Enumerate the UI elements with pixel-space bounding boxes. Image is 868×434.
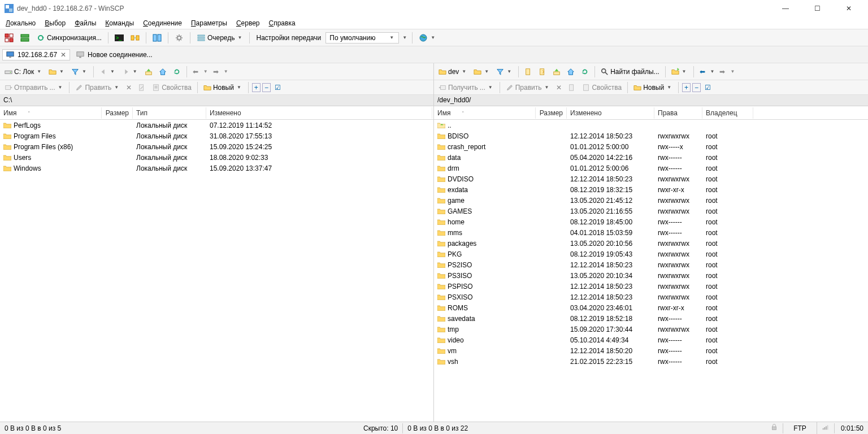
nav-left-icon[interactable]: ⬅	[190, 67, 201, 77]
send-button[interactable]: Отправить... ▼	[2, 83, 66, 93]
minimize-button[interactable]: ―	[775, 5, 796, 12]
table-row[interactable]: PSPISO12.12.2014 18:50:23rwxrwxrwxroot	[434, 281, 868, 292]
table-row[interactable]: tmp15.09.2020 17:30:44rwxrwxrwxroot	[434, 324, 868, 335]
column-header[interactable]: Владелец	[702, 107, 753, 119]
properties-button[interactable]: Свойства	[150, 83, 194, 93]
properties-button[interactable]: Свойства	[580, 83, 624, 93]
table-row[interactable]: ..	[434, 120, 868, 131]
local-file-list[interactable]: Имя˄РазмерТипИзменено PerfLogsЛокальный …	[0, 106, 433, 422]
edit-doc-icon[interactable]	[136, 83, 148, 93]
menu-item[interactable]: Справка	[266, 18, 299, 28]
delete-icon[interactable]: ✕	[554, 83, 564, 93]
table-row[interactable]: PKG08.12.2019 19:05:43rwxrwxrwxroot	[434, 249, 868, 259]
commander-layout-icon[interactable]	[18, 32, 32, 44]
table-row[interactable]: home08.12.2019 18:45:00rwx------root	[434, 216, 868, 227]
close-button[interactable]: ✕	[839, 5, 859, 12]
column-header[interactable]: Тип	[133, 107, 206, 119]
find-button[interactable]: Найти файлы...	[598, 67, 661, 77]
remote-path[interactable]: /dev_hdd0/	[434, 95, 868, 106]
close-tab-button[interactable]: ✕	[60, 51, 66, 59]
up-icon[interactable]	[550, 67, 563, 77]
menu-item[interactable]: Соединение	[140, 18, 185, 28]
filter-icon[interactable]: ▼	[494, 67, 515, 77]
table-row[interactable]: PS2ISO12.12.2014 18:50:23rwxrwxrwxroot	[434, 259, 868, 270]
transfer-settings-menu[interactable]: ▼	[401, 35, 408, 40]
refresh-icon[interactable]	[171, 67, 183, 77]
check-icon[interactable]: ☑	[702, 83, 713, 93]
folder-open-icon[interactable]: ▼	[471, 67, 492, 77]
column-header[interactable]: Размер	[102, 107, 133, 119]
table-row[interactable]: mms04.01.2018 15:03:59rwx------root	[434, 227, 868, 238]
column-header[interactable]: Права	[654, 107, 702, 119]
home-icon[interactable]	[565, 67, 577, 77]
explorer-layout-icon[interactable]	[2, 32, 16, 44]
check-icon[interactable]: ☑	[272, 83, 283, 93]
local-path[interactable]: C:\	[0, 95, 433, 106]
sync-button[interactable]: Синхронизация...	[34, 32, 104, 44]
session-tab-active[interactable]: 192.168.2.67 ✕	[2, 49, 70, 60]
bookmark-add-icon[interactable]	[522, 67, 535, 77]
transfer-settings-combo[interactable]: По умолчанию ▼	[326, 32, 399, 44]
menu-item[interactable]: Выбор	[41, 18, 69, 28]
table-row[interactable]: crash_report01.01.2012 5:00:00rwx-----xr…	[434, 141, 868, 152]
table-row[interactable]: packages13.05.2020 20:10:56rwxrwxrwxroot	[434, 238, 868, 249]
plus-icon[interactable]: +	[252, 83, 261, 92]
column-header[interactable]: Размер	[536, 107, 567, 119]
compare-icon[interactable]	[150, 32, 164, 44]
table-row[interactable]: UsersЛокальный диск18.08.2020 9:02:33	[0, 152, 433, 163]
new-button[interactable]: Новый ▼	[631, 83, 675, 93]
bookmark-edit-icon[interactable]	[536, 67, 549, 77]
edit-button[interactable]: Править ▼	[504, 83, 553, 93]
column-header[interactable]: Изменено	[567, 107, 654, 119]
table-row[interactable]: game13.05.2020 21:45:12rwxrwxrwxroot	[434, 195, 868, 206]
table-row[interactable]: vsh21.02.2015 22:23:15rwx------root	[434, 356, 868, 367]
column-header[interactable]: Имя˄	[0, 107, 102, 119]
table-row[interactable]: ROMS03.04.2020 23:46:01rwxr-xr-xroot	[434, 302, 868, 313]
table-row[interactable]: GAMES13.05.2020 21:16:55rwxrwxrwxroot	[434, 206, 868, 216]
menu-item[interactable]: Сервер	[233, 18, 263, 28]
table-row[interactable]: Program Files (x86)Локальный диск15.09.2…	[0, 141, 433, 152]
menu-item[interactable]: Локально	[2, 18, 39, 28]
up-icon[interactable]	[142, 67, 155, 77]
column-header[interactable]: Имя˄	[434, 107, 536, 119]
table-row[interactable]: savedata08.12.2019 18:52:18rwx------root	[434, 313, 868, 324]
table-row[interactable]: exdata08.12.2019 18:32:15rwxr-xr-xroot	[434, 184, 868, 195]
console-icon[interactable]: >_	[112, 32, 126, 44]
get-button[interactable]: Получить... ▼	[436, 83, 496, 93]
mirror-icon[interactable]	[128, 32, 142, 44]
table-row[interactable]: DVDISO12.12.2014 18:50:23rwxrwxrwxroot	[434, 173, 868, 184]
folder-open-icon[interactable]: ▼	[46, 67, 67, 77]
table-row[interactable]: Program FilesЛокальный диск31.08.2020 17…	[0, 131, 433, 141]
remote-drive-button[interactable]: dev ▼	[436, 67, 470, 77]
local-drive-button[interactable]: C: Лок ▼	[2, 67, 45, 77]
nav-left-icon[interactable]: ⬅	[697, 67, 708, 77]
nav-right-icon[interactable]: ➡	[211, 67, 221, 77]
settings-icon[interactable]	[172, 32, 186, 44]
table-row[interactable]: drm01.01.2012 5:00:06rwx------root	[434, 163, 868, 173]
remote-file-list[interactable]: Имя˄РазмерИзмененоПраваВладелец ..BDISO1…	[434, 106, 868, 422]
table-row[interactable]: WindowsЛокальный диск15.09.2020 13:37:47	[0, 163, 433, 173]
column-header[interactable]: Изменено	[206, 107, 432, 119]
maximize-button[interactable]: ☐	[807, 5, 827, 12]
queue-button[interactable]: Очередь ▼	[194, 32, 246, 44]
globe-icon[interactable]: ▼	[416, 32, 439, 44]
minus-icon[interactable]: −	[262, 83, 271, 92]
menu-item[interactable]: Команды	[102, 18, 137, 28]
menu-item[interactable]: Параметры	[188, 18, 231, 28]
filter-icon[interactable]: ▼	[69, 67, 90, 77]
edit-button[interactable]: Править ▼	[73, 83, 122, 93]
new-session-tab[interactable]: Новое соединение...	[72, 49, 157, 60]
forward-icon[interactable]: ▼	[120, 67, 141, 77]
plus-icon[interactable]: +	[682, 83, 691, 92]
menu-item[interactable]: Файлы	[71, 18, 99, 28]
nav-right-icon[interactable]: ➡	[717, 67, 727, 77]
folder-to-icon[interactable]: ▼	[669, 67, 690, 77]
delete-icon[interactable]: ✕	[124, 83, 134, 93]
table-row[interactable]: data05.04.2020 14:22:16rwx------root	[434, 152, 868, 163]
table-row[interactable]: PerfLogsЛокальный диск07.12.2019 11:14:5…	[0, 120, 433, 131]
home-icon[interactable]	[157, 67, 169, 77]
back-icon[interactable]: ▼	[97, 67, 118, 77]
table-row[interactable]: PS3ISO13.05.2020 20:10:34rwxrwxrwxroot	[434, 270, 868, 281]
refresh-icon[interactable]	[579, 67, 591, 77]
edit-doc-icon[interactable]	[566, 83, 578, 93]
